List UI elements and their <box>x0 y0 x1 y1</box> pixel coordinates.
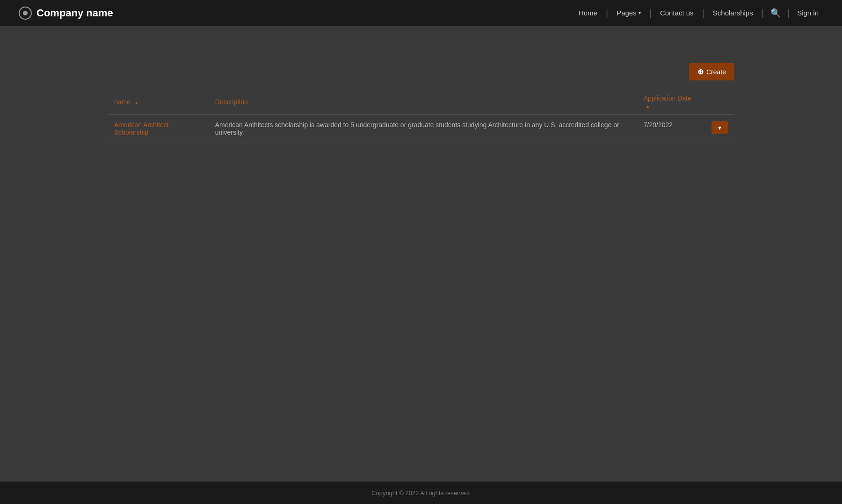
col-actions <box>705 90 734 115</box>
name-sort-icon: ▲ <box>134 100 139 105</box>
brand-name: Company name <box>36 7 113 19</box>
search-button[interactable]: 🔍 <box>767 6 784 20</box>
row-name[interactable]: American Architect Scholarship <box>108 115 209 143</box>
table-row: American Architect ScholarshipAmerican A… <box>108 115 734 143</box>
copyright-text: Copyright © 2022 All rights reserved. <box>371 490 471 497</box>
brand: Company name <box>19 7 113 20</box>
pages-caret-icon: ▾ <box>639 10 641 15</box>
nav-sep-4: | <box>762 8 764 18</box>
chevron-down-icon: ▾ <box>718 124 721 131</box>
nav-sep-5: | <box>787 8 790 18</box>
nav-pages[interactable]: Pages ▾ <box>608 9 649 17</box>
col-date[interactable]: Application Date ▲ <box>637 90 705 115</box>
main-content: ⊕ Create name ▲ Description Application … <box>0 26 842 482</box>
nav-contact[interactable]: Contact us <box>652 9 702 17</box>
brand-icon <box>19 7 32 20</box>
navbar: Company name Home | Pages ▾ | Contact us… <box>0 0 842 26</box>
nav-links: Home | Pages ▾ | Contact us | Scholarshi… <box>570 8 764 18</box>
nav-signin[interactable]: Sign in <box>792 9 823 17</box>
navbar-icons: 🔍 | Sign in <box>767 6 823 20</box>
create-label: Create <box>706 68 726 76</box>
row-action: ▾ <box>705 115 734 143</box>
nav-scholarships[interactable]: Scholarships <box>704 9 762 17</box>
row-description: American Architects scholarship is award… <box>209 115 637 143</box>
nav-home[interactable]: Home <box>570 9 606 17</box>
scholarships-table: name ▲ Description Application Date ▲ Am… <box>108 90 734 143</box>
footer: Copyright © 2022 All rights reserved. <box>0 482 842 504</box>
row-date: 7/29/2022 <box>637 115 705 143</box>
table-header-row: name ▲ Description Application Date ▲ <box>108 90 734 115</box>
col-description[interactable]: Description <box>209 90 637 115</box>
date-sort-icon: ▲ <box>646 104 650 109</box>
row-action-button[interactable]: ▾ <box>711 121 728 134</box>
toolbar: ⊕ Create <box>108 63 734 80</box>
plus-icon: ⊕ <box>697 67 704 76</box>
create-button[interactable]: ⊕ Create <box>689 63 734 80</box>
col-name[interactable]: name ▲ <box>108 90 209 115</box>
